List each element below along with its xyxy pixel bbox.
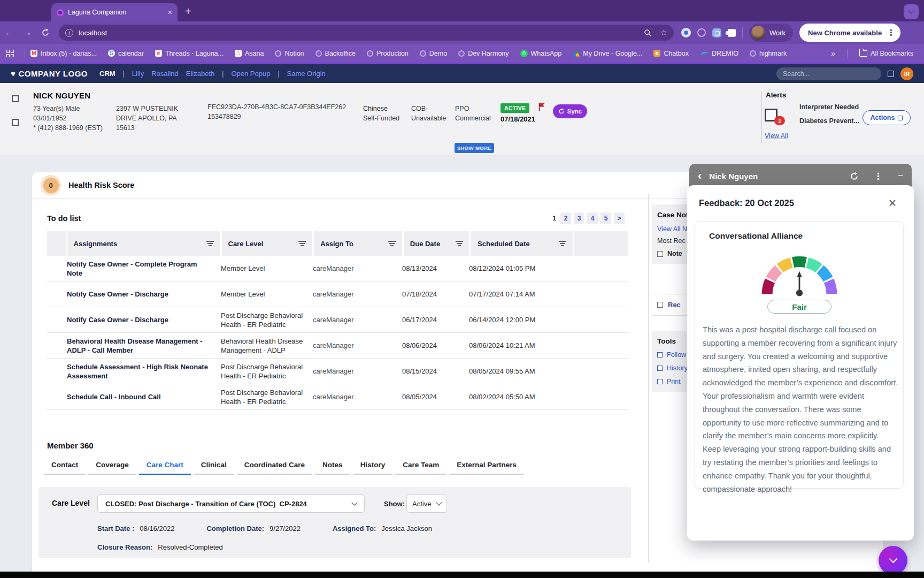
cell-assignment: Behavioral Health Disease Management - A… <box>66 337 221 355</box>
screen-bottom-bar <box>0 572 924 578</box>
nav-divider: | <box>222 70 224 78</box>
nav-link-elizabeth[interactable]: Elizabeth <box>186 70 214 78</box>
filter-icon[interactable] <box>559 241 566 246</box>
apps-grid-icon[interactable] <box>6 50 14 57</box>
back-button[interactable]: ← <box>0 27 18 38</box>
column-header: Assignments <box>74 240 118 248</box>
checkbox-icon[interactable] <box>657 302 663 308</box>
all-bookmarks-button[interactable]: All Bookmarks <box>859 50 913 57</box>
extension-icon[interactable] <box>712 28 721 37</box>
bookmark-item[interactable]: Chatbox <box>653 50 689 57</box>
pagination-current[interactable]: 1 <box>552 215 556 222</box>
bookmark-item[interactable]: My Drive - Google... <box>573 50 642 57</box>
bookmark-star-icon[interactable]: ☆ <box>660 28 667 37</box>
member360-tab[interactable]: Contact <box>44 461 86 475</box>
closure-reason-label: Closure Reason: <box>97 543 152 551</box>
show-more-button[interactable]: SHOW MORE <box>455 143 494 153</box>
new-tab-button[interactable]: + <box>185 5 191 18</box>
care-level-select[interactable]: CLOSED: Post Discharge - Transition of C… <box>97 495 365 513</box>
filter-icon[interactable] <box>206 241 214 246</box>
member360-tab[interactable]: Clinical <box>194 461 234 475</box>
view-all-link[interactable]: View All <box>765 132 788 140</box>
flag-icon[interactable] <box>538 102 546 112</box>
browser-tab[interactable]: Laguna Companion × <box>51 3 178 21</box>
member360-tab[interactable]: Care Chart <box>139 461 191 475</box>
pagination-button[interactable]: 3 <box>574 212 584 224</box>
address-bar[interactable]: i localhost ☆ <box>59 25 674 41</box>
bookmark-item[interactable]: DREMIO <box>700 50 738 57</box>
table-row[interactable]: Notify Case Owner - Discharge Post Disch… <box>47 307 628 333</box>
tab-close-icon[interactable]: × <box>168 8 172 17</box>
back-chevron-icon[interactable]: ‹ <box>698 170 702 182</box>
chrome-update-button[interactable]: New Chrome available ⋮ <box>799 24 900 42</box>
search-input[interactable] <box>776 67 881 80</box>
filter-icon[interactable] <box>298 241 306 246</box>
cell-assignment: Schedule Call - Inbound Call <box>66 392 221 401</box>
close-icon[interactable]: ✕ <box>888 197 897 209</box>
search-icon[interactable] <box>644 29 652 37</box>
member360-tab[interactable]: Notes <box>315 461 350 475</box>
pagination-button[interactable]: 2 <box>560 212 571 224</box>
member360-tab[interactable]: History <box>353 461 393 475</box>
extension-icon[interactable] <box>697 28 706 37</box>
refresh-icon[interactable] <box>850 172 859 181</box>
forward-button[interactable]: → <box>18 27 36 38</box>
metric-title: Conversational Alliance <box>709 231 803 241</box>
extension-icon[interactable] <box>681 28 691 37</box>
patient-ids: FEC923DA-270B-4B3C-8CA7-0F3B344EF262 153… <box>207 102 357 121</box>
table-row[interactable]: Behavioral Health Disease Management - A… <box>47 333 628 359</box>
bookmarks-overflow-button[interactable]: » <box>831 49 835 58</box>
bookmark-item[interactable]: MInbox (5) - danas... <box>30 50 97 57</box>
todo-table: Assignments Care Level Assign To Due Dat… <box>47 231 628 410</box>
nav-link-open-popup[interactable]: Open Popup <box>231 70 270 78</box>
reload-button[interactable] <box>36 28 55 37</box>
profile-chip[interactable]: Work <box>749 24 793 42</box>
row-checkbox[interactable] <box>12 95 19 102</box>
bookmark-item[interactable]: Backoffice <box>315 50 356 57</box>
extensions-puzzle-icon[interactable] <box>728 29 736 37</box>
minimize-icon[interactable]: − <box>898 171 903 181</box>
table-row[interactable]: Schedule Assessment - High Risk Neonate … <box>47 359 628 384</box>
bookmark-item[interactable]: Demo <box>420 50 447 57</box>
sync-button[interactable]: Sync <box>553 104 587 118</box>
member360-tab[interactable]: Coordinated Care <box>237 461 312 475</box>
table-row[interactable]: Schedule Call - Inbound Call Post Discha… <box>47 384 628 410</box>
site-info-icon[interactable]: i <box>65 29 73 37</box>
bookmark-item[interactable]: #Threads - Laguna... <box>155 50 224 57</box>
bookmark-item[interactable]: Dev Harmony <box>458 50 509 57</box>
scroll-down-button[interactable] <box>879 546 907 575</box>
row-checkbox[interactable] <box>12 119 19 126</box>
bookmark-item[interactable]: Notion <box>275 50 304 57</box>
table-row[interactable]: Notify Case Owner - Discharge Member Lev… <box>47 282 628 307</box>
user-avatar[interactable]: IR <box>900 67 913 80</box>
cell-scheduled-date: 06/14/2024 12:00 PM <box>469 315 572 324</box>
kebab-menu-icon[interactable]: ⋮ <box>874 171 883 182</box>
nav-link-same-origin[interactable]: Same Origin <box>287 70 326 78</box>
table-row[interactable]: Notify Case Owner - Complete Program Not… <box>47 256 628 282</box>
profile-label: Work <box>769 29 786 37</box>
column-header: Scheduled Date <box>478 240 530 248</box>
filter-icon[interactable] <box>388 241 396 246</box>
bookmark-item[interactable]: Gcalendar <box>108 50 144 57</box>
bookmark-item[interactable]: Production <box>367 50 409 57</box>
bookmark-item[interactable]: highmark <box>750 50 787 57</box>
window-chevron-button[interactable] <box>904 4 919 19</box>
show-select[interactable]: Active <box>406 495 447 513</box>
pagination-button[interactable]: > <box>614 212 625 224</box>
expand-icon[interactable] <box>888 71 894 77</box>
nav-link-rosalind[interactable]: Rosalind <box>151 70 179 78</box>
checkbox-icon[interactable] <box>657 251 663 257</box>
actions-button[interactable]: Actions <box>863 110 911 125</box>
member360-tab[interactable]: Care Team <box>395 461 446 475</box>
kebab-menu-icon[interactable]: ⋮ <box>887 28 895 37</box>
filter-icon[interactable] <box>456 241 463 246</box>
nav-link-lilly[interactable]: Lilly <box>132 70 144 78</box>
member360-tab[interactable]: External Partners <box>449 461 524 475</box>
section-divider <box>761 92 762 143</box>
bookmark-item[interactable]: ✆WhatsApp <box>520 50 562 57</box>
google-drive-icon <box>573 50 580 57</box>
bookmark-item[interactable]: ∴Asana <box>235 50 264 57</box>
pagination-button[interactable]: 4 <box>587 212 598 224</box>
member360-tab[interactable]: Coverage <box>88 461 136 475</box>
pagination-button[interactable]: 5 <box>600 212 611 224</box>
